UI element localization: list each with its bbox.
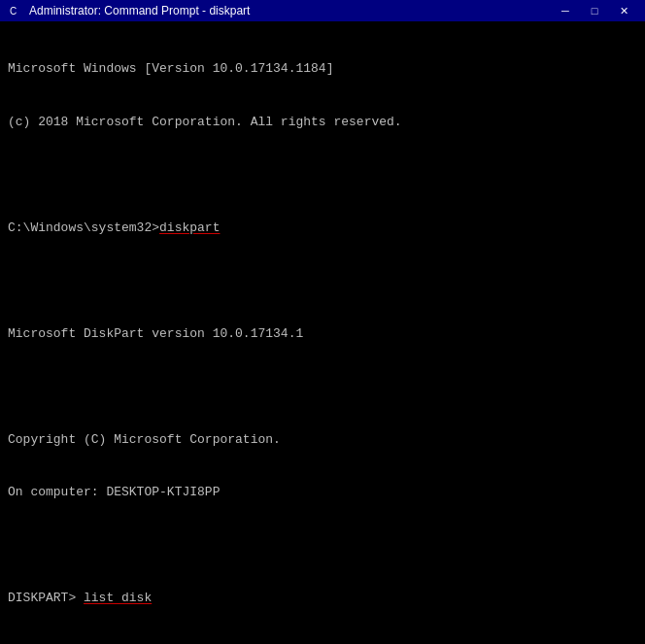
line-1: Microsoft Windows [Version 10.0.17134.11…	[8, 60, 637, 78]
line-9: On computer: DESKTOP-KTJI8PP	[8, 484, 637, 501]
cmd-icon: C	[8, 3, 23, 18]
line-2: (c) 2018 Microsoft Corporation. All righ…	[8, 114, 637, 131]
minimize-button[interactable]: ─	[552, 2, 579, 19]
title-bar-controls: ─ □ ✕	[552, 2, 637, 19]
line-3	[8, 167, 637, 185]
cmd-diskpart: diskpart	[159, 220, 220, 235]
line-4: C:\Windows\system32>diskpart	[8, 220, 637, 237]
window-title: Administrator: Command Prompt - diskpart	[29, 4, 250, 17]
close-button[interactable]: ✕	[610, 2, 637, 19]
line-8: Copyright (C) Microsoft Corporation.	[8, 431, 637, 449]
line-7	[8, 378, 637, 395]
line-11: DISKPART> list disk	[8, 590, 637, 607]
window: C Administrator: Command Prompt - diskpa…	[0, 0, 645, 644]
maximize-button[interactable]: □	[581, 2, 608, 19]
cmd-list-disk: list disk	[84, 591, 152, 605]
line-10	[8, 537, 637, 555]
title-bar-left: C Administrator: Command Prompt - diskpa…	[8, 3, 250, 18]
line-5	[8, 272, 637, 289]
console-output: Microsoft Windows [Version 10.0.17134.11…	[0, 21, 645, 644]
line-6: Microsoft DiskPart version 10.0.17134.1	[8, 325, 637, 343]
title-bar: C Administrator: Command Prompt - diskpa…	[0, 0, 645, 21]
svg-text:C: C	[10, 6, 17, 17]
